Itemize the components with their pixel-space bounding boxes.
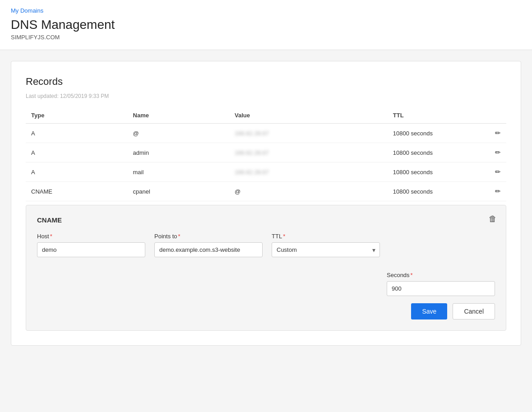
form-row-main: Host* Points to* TTL* 1/2 H: [37, 233, 495, 257]
page-title: DNS Management: [11, 18, 521, 32]
cell-type: A: [26, 162, 128, 182]
cell-action[interactable]: [478, 182, 506, 201]
table-row: A @ 166.62.28.67 10800 seconds: [26, 124, 506, 143]
cell-name: @: [128, 124, 230, 143]
col-header-type: Type: [26, 108, 128, 124]
edit-icon[interactable]: [495, 148, 501, 156]
points-to-input[interactable]: [154, 242, 263, 257]
cell-ttl: 10800 seconds: [388, 182, 478, 201]
seconds-group: Seconds*: [387, 272, 495, 296]
cell-type: CNAME: [26, 182, 128, 201]
records-card: Records Last updated: 12/05/2019 9:33 PM…: [11, 61, 521, 346]
cell-name: admin: [128, 143, 230, 162]
col-header-value: Value: [229, 108, 388, 124]
cell-action[interactable]: [478, 124, 506, 143]
cell-value: @: [229, 182, 388, 201]
delete-icon[interactable]: 🗑: [489, 214, 497, 224]
table-row: A mail 166.62.28.67 10800 seconds: [26, 162, 506, 182]
form-actions: Save Cancel: [37, 303, 495, 319]
save-button[interactable]: Save: [411, 303, 447, 319]
col-header-action: [478, 108, 506, 124]
cell-action[interactable]: [478, 143, 506, 162]
host-input[interactable]: [37, 242, 145, 257]
edit-icon[interactable]: [495, 168, 501, 176]
main-content: Records Last updated: 12/05/2019 9:33 PM…: [0, 50, 532, 356]
edit-form: CNAME 🗑 Host* Points to* TT: [26, 205, 506, 331]
cell-value: 166.62.28.67: [229, 162, 388, 182]
col-header-name: Name: [128, 108, 230, 124]
cell-type: A: [26, 124, 128, 143]
seconds-label: Seconds*: [387, 272, 495, 278]
cell-action[interactable]: [478, 162, 506, 182]
table-row: CNAME cpanel @ 10800 seconds: [26, 182, 506, 201]
cell-type: A: [26, 143, 128, 162]
cell-value: 166.62.28.67: [229, 143, 388, 162]
ttl-label: TTL*: [272, 233, 380, 240]
cell-name: cpanel: [128, 182, 230, 201]
cancel-button[interactable]: Cancel: [453, 303, 495, 319]
seconds-input[interactable]: [387, 281, 495, 296]
cell-ttl: 10800 seconds: [388, 162, 478, 182]
cell-value: 166.62.28.67: [229, 124, 388, 143]
points-to-label: Points to*: [154, 233, 263, 240]
cell-ttl: 10800 seconds: [388, 143, 478, 162]
edit-form-title: CNAME: [37, 216, 495, 224]
host-label: Host*: [37, 233, 145, 240]
host-group: Host*: [37, 233, 145, 257]
col-header-ttl: TTL: [388, 108, 478, 124]
ttl-select[interactable]: 1/2 Hour1 Hour2 Hours5 Hours12 HoursCust…: [272, 242, 380, 257]
cell-ttl: 10800 seconds: [388, 124, 478, 143]
page-header: My Domains DNS Management SIMPLIFYJS.COM: [0, 0, 532, 50]
domain-name: SIMPLIFYJS.COM: [11, 34, 521, 41]
ttl-group: TTL* 1/2 Hour1 Hour2 Hours5 Hours12 Hour…: [272, 233, 380, 257]
edit-icon[interactable]: [495, 187, 501, 195]
last-updated-text: Last updated: 12/05/2019 9:33 PM: [26, 93, 506, 99]
table-row: A admin 166.62.28.67 10800 seconds: [26, 143, 506, 162]
records-title: Records: [26, 76, 506, 88]
cell-name: mail: [128, 162, 230, 182]
breadcrumb[interactable]: My Domains: [11, 7, 521, 14]
records-table: Type Name Value TTL A @ 166.62.28.67 108…: [26, 108, 506, 201]
edit-icon[interactable]: [495, 129, 501, 137]
points-to-group: Points to*: [154, 233, 263, 257]
ttl-select-wrapper: 1/2 Hour1 Hour2 Hours5 Hours12 HoursCust…: [272, 242, 380, 257]
